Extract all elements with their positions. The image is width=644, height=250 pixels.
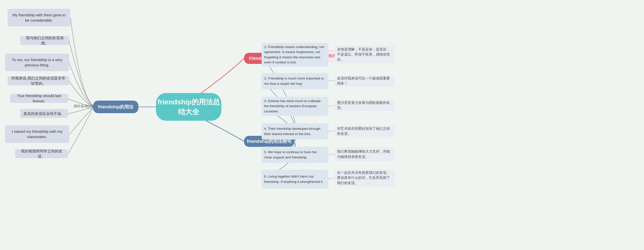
ex5-zh-text: 我们希望她能继续大力支持，并能与她维持亲密友谊。 <box>337 149 392 159</box>
ex4-zh: 对艺术的共同爱好加深了他们之间的友谊。 <box>335 126 395 137</box>
svg-line-7 <box>328 178 335 179</box>
ex6-zh: 在一起住并没有损害我们的友谊。要说真有什么的话，它反而巩固了我们的友谊。 <box>335 170 395 186</box>
ex2-en-text: 2. Friendship is much more important to … <box>264 76 326 86</box>
ex5-en: 5. We hope to continue to have her close… <box>262 147 328 163</box>
left-branch-lb1: My friendship with them grew to be consi… <box>8 9 70 26</box>
lb4-text: 对我来说,我们之间的友谊是非常珍贵的。 <box>10 75 67 86</box>
lb2-text: 我与他们之间的友谊渐增。 <box>23 35 67 46</box>
left-branch-lb6: 真实的友谊应永恒不渝。 <box>20 109 68 118</box>
lb5-text: True friendship should last forever. <box>13 93 65 104</box>
ex5-zh: 我们希望她能继续大力支持，并能与她维持亲密友谊。 <box>335 147 395 161</box>
left-branch-lb8: 我珍视我和同学之间的友谊。 <box>15 149 68 158</box>
ex2-zh: 友谊对我来说可比一个破戒指重要得多！ <box>335 75 395 87</box>
left-branch-lb7: I valued my friendship with my classmate… <box>5 125 69 143</box>
ex3-en-text: 3. Estonia has done much to cultivate th… <box>264 99 326 114</box>
central-node: friendship的用法总结大全 <box>156 93 221 121</box>
ex4-en-text: 4. Their friendship developed through th… <box>264 126 326 137</box>
ex1-en: 1. Friendship means understanding, not a… <box>262 43 328 67</box>
svg-line-5 <box>328 131 335 131</box>
ex4-en: 4. Their friendship developed through th… <box>262 123 328 140</box>
lb7-text: I valued my friendship with my classmate… <box>8 129 67 139</box>
ex2-en: 2. Friendship is much more important to … <box>262 73 328 89</box>
ex2-zh-text: 友谊对我来说可比一个破戒指重要得多！ <box>337 76 392 86</box>
svg-line-6 <box>328 154 335 155</box>
ex3-zh: 爱沙尼亚努力发展与西欧国家的友谊。 <box>335 100 395 111</box>
ex3-zh-text: 爱沙尼亚努力发展与西欧国家的友谊。 <box>337 100 392 111</box>
lb6-text: 真实的友谊应永恒不渝。 <box>23 111 65 116</box>
ex5-en-text: 5. We hope to continue to have her close… <box>264 150 326 160</box>
left-branch-lb4: 对我来说,我们之间的友谊是非常珍贵的。 <box>8 76 69 85</box>
svg-line-3 <box>328 80 335 81</box>
lb3-text: To me, our friendship is a very precious… <box>8 57 67 68</box>
ex6-en: 6. Living together didn't harm our frien… <box>262 170 328 189</box>
ex6-en-text: 6. Living together didn't harm our frien… <box>264 174 326 184</box>
ex1-zh: 友情是理解，不是妥协；是原谅，不是遗忘。即使不联系，感情依然在。 <box>335 46 395 63</box>
lb8-text: 我珍视我和同学之间的友谊。 <box>18 148 65 159</box>
ex1-en-text: 1. Friendship means understanding, not a… <box>264 45 326 65</box>
left-branch-lb5: True friendship should last forever. <box>10 94 68 103</box>
left-branch-lb3: To me, our friendship is a very precious… <box>5 54 69 71</box>
svg-line-4 <box>328 105 335 106</box>
ex4-zh-text: 对艺术的共同爱好加深了他们之间的友谊。 <box>337 126 392 137</box>
usage-node: friendship的用法 <box>93 101 138 113</box>
ex1-zh-text: 友情是理解，不是妥协；是原谅，不是遗忘。即使不联系，感情依然在。 <box>337 47 392 62</box>
lb1-text: My friendship with them grew to be consi… <box>10 12 68 23</box>
left-branch-lb2: 我与他们之间的友谊渐增。 <box>20 36 69 45</box>
small-label: 用作名词(n.) <box>72 103 94 110</box>
ex6-zh-text: 在一起住并没有损害我们的友谊。要说真有什么的话，它反而巩固了我们的友谊。 <box>337 170 392 186</box>
ex3-en: 3. Estonia has done much to cultivate th… <box>262 97 328 116</box>
